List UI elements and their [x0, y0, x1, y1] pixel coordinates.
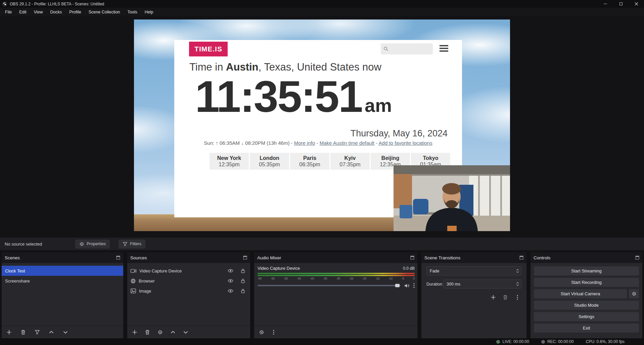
scenes-panel: Scenes Clock Test Screenshare — [2, 252, 123, 338]
mixer-channel-name: Video Capture Device — [258, 266, 300, 271]
menu-file[interactable]: File — [1, 8, 15, 16]
lock-icon — [241, 268, 245, 273]
trash-icon — [20, 330, 26, 335]
source-item[interactable]: Video Capture Device — [127, 266, 250, 276]
meter-tick-label: -10 — [388, 277, 393, 280]
remove-source-button[interactable] — [144, 329, 151, 336]
chevron-down-icon — [63, 330, 68, 335]
sources-panel-header[interactable]: Sources — [127, 252, 250, 263]
filter-icon — [123, 242, 128, 247]
volume-slider[interactable] — [258, 285, 401, 286]
meter-scale: -60 -55 -50 -45 -40 -35 -30 -25 -20 -15 … — [258, 277, 415, 280]
scenes-panel-header[interactable]: Scenes — [2, 252, 123, 263]
audio-mixer-header[interactable]: Audio Mixer — [254, 252, 417, 263]
source-lock-button[interactable] — [241, 278, 245, 283]
source-item[interactable]: Browser — [127, 276, 250, 286]
make-default-link: Make Austin time default — [320, 140, 374, 146]
scene-filters-button[interactable] — [34, 329, 41, 336]
audio-mixer-body: Video Capture Device 0.0 dB -60 -55 -50 … — [254, 263, 417, 326]
date-display: Thursday, May 16, 2024 — [351, 128, 448, 139]
menu-docks[interactable]: Docks — [47, 8, 66, 16]
add-favorite-link: Add to favorite locations — [379, 140, 432, 146]
scenes-popout-button[interactable] — [116, 256, 120, 260]
transitions-popout-button[interactable] — [519, 256, 523, 260]
source-visibility-button[interactable] — [228, 289, 233, 293]
source-visibility-button[interactable] — [228, 269, 233, 273]
studio-mode-button[interactable]: Studio Mode — [534, 301, 639, 310]
mute-button[interactable] — [404, 284, 410, 288]
meter-tick-label: -60 — [258, 277, 262, 280]
transitions-panel-header[interactable]: Scene Transitions — [421, 252, 526, 263]
source-selection-bar: No source selected Properties Filters — [0, 238, 644, 250]
preview-canvas[interactable]: TIME.IS Time in Austin, Texas, United St… — [134, 19, 510, 231]
settings-button[interactable]: Settings — [534, 312, 639, 321]
source-visibility-button[interactable] — [228, 279, 233, 283]
menu-edit[interactable]: Edit — [15, 8, 30, 16]
remove-scene-button[interactable] — [20, 329, 27, 336]
dots-vertical-icon — [273, 330, 274, 335]
controls-panel-header[interactable]: Controls — [531, 252, 642, 263]
window-controls — [598, 0, 644, 8]
add-source-button[interactable] — [131, 329, 138, 336]
menu-view[interactable]: View — [30, 8, 47, 16]
mixer-options-button[interactable] — [413, 283, 415, 288]
audio-options-button[interactable] — [270, 329, 277, 336]
move-source-down-button[interactable] — [182, 329, 189, 336]
minimize-button[interactable] — [598, 0, 613, 8]
menu-profile[interactable]: Profile — [65, 8, 85, 16]
volume-slider-handle[interactable] — [395, 284, 400, 287]
move-source-up-button[interactable] — [170, 329, 176, 336]
controls-popout-button[interactable] — [635, 256, 639, 260]
heading-city: Austin — [226, 61, 258, 73]
status-bar: LIVE: 00:00:00 REC: 00:00:00 CPU: 0.6%, … — [0, 338, 644, 345]
source-item[interactable]: Image — [127, 286, 250, 296]
popout-icon — [519, 256, 523, 260]
duration-input[interactable]: 300 ms — [443, 279, 521, 289]
more-info-link: More info — [294, 140, 315, 146]
start-virtual-camera-button[interactable]: Start Virtual Camera — [534, 289, 627, 298]
audio-popout-button[interactable] — [410, 256, 414, 260]
controls-panel-title: Controls — [534, 255, 550, 260]
menu-scene-collection[interactable]: Scene Collection — [85, 8, 124, 16]
sources-popout-button[interactable] — [243, 256, 247, 260]
start-recording-button[interactable]: Start Recording — [534, 278, 639, 287]
lock-icon — [241, 278, 245, 283]
scene-item[interactable]: Clock Test — [2, 266, 123, 276]
chevron-up-icon — [49, 330, 54, 335]
transition-options-button[interactable] — [514, 294, 521, 301]
scene-item[interactable]: Screenshare — [2, 276, 123, 286]
sources-panel-title: Sources — [130, 255, 147, 260]
remove-transition-button[interactable] — [502, 294, 509, 301]
move-scene-up-button[interactable] — [48, 329, 55, 336]
advanced-audio-button[interactable] — [258, 329, 265, 336]
start-streaming-button[interactable]: Start Streaming — [534, 266, 639, 275]
meter-bar-left — [258, 273, 415, 274]
plus-icon — [6, 330, 12, 335]
source-lock-button[interactable] — [241, 268, 245, 273]
dots-vertical-icon — [413, 283, 415, 288]
page-heading: Time in Austin, Texas, United States now — [189, 61, 381, 73]
audio-toolbar — [254, 326, 417, 338]
add-transition-button[interactable] — [490, 294, 497, 301]
close-button[interactable] — [629, 0, 644, 8]
eye-icon — [228, 279, 233, 283]
menu-help[interactable]: Help — [141, 8, 157, 16]
close-icon — [635, 2, 638, 6]
audio-mixer-title: Audio Mixer — [257, 255, 281, 260]
exit-button[interactable]: Exit — [534, 324, 639, 333]
properties-button[interactable]: Properties — [75, 240, 110, 249]
move-scene-down-button[interactable] — [62, 329, 69, 336]
menu-tools[interactable]: Tools — [124, 8, 141, 16]
add-scene-button[interactable] — [6, 329, 12, 336]
filters-button[interactable]: Filters — [119, 240, 145, 249]
source-properties-button[interactable] — [157, 329, 164, 336]
virtual-camera-settings-button[interactable] — [629, 289, 639, 298]
source-lock-button[interactable] — [241, 289, 245, 293]
meter-tick-label: -45 — [297, 277, 301, 280]
maximize-button[interactable] — [613, 0, 629, 8]
webcam-overlay — [394, 165, 510, 231]
scenes-list: Clock Test Screenshare — [2, 263, 123, 326]
transition-select[interactable]: Fade — [426, 266, 521, 275]
chevron-down-icon — [183, 330, 188, 335]
clock-display: 11:35:51 am — [195, 72, 392, 121]
